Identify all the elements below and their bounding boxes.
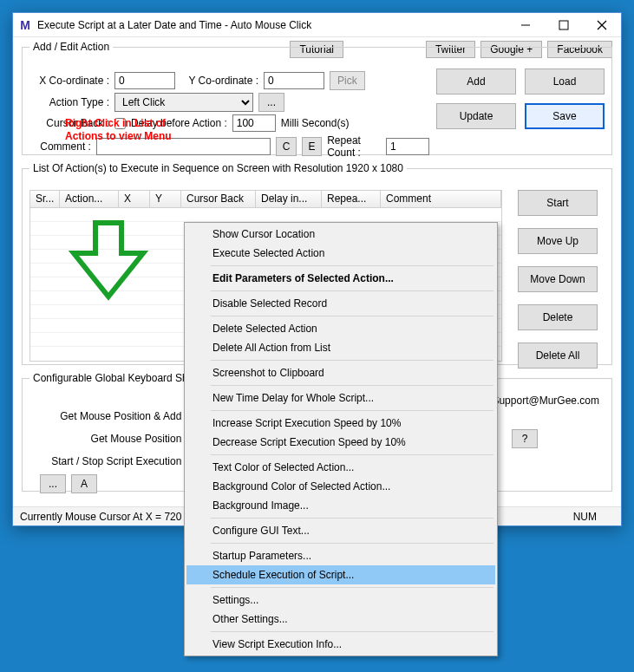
menu-item[interactable]: Show Cursor Location [186, 225, 495, 244]
delay-input[interactable] [232, 114, 276, 132]
menu-item[interactable]: View Script Execution Info... [186, 635, 495, 654]
titlebar: M Execute Script at a Later Date and Tim… [13, 13, 621, 37]
menu-item[interactable]: Other Settings... [186, 610, 495, 629]
y-input[interactable] [264, 72, 324, 89]
menu-item[interactable]: Execute Selected Action [186, 244, 495, 263]
a-button[interactable]: A [71, 474, 97, 493]
menu-item[interactable]: Screenshot to Clipboard [186, 363, 495, 382]
c-button[interactable]: C [276, 137, 296, 156]
update-button[interactable]: Update [436, 103, 516, 129]
menu-item[interactable]: Configure GUI Text... [186, 521, 495, 540]
menu-item[interactable]: Delete All Action from List [186, 338, 495, 357]
col-delay: Delay in... [256, 191, 322, 207]
window-title: Execute Script at a Later Date and Time … [37, 19, 507, 31]
col-cursorback: Cursor Back [181, 191, 256, 207]
startstop-label: Start / Stop Script Execution : [40, 455, 187, 467]
menu-item[interactable]: Schedule Execution of Script... [186, 565, 495, 584]
delay-label: Delay before Action : [131, 117, 227, 129]
col-y: Y [150, 191, 181, 207]
start-button[interactable]: Start [518, 190, 598, 216]
add-edit-group: Add / Edit Action X Co-ordinate : Y Co-o… [22, 41, 612, 155]
svg-rect-1 [559, 21, 568, 29]
comment-label: Comment : [31, 140, 91, 153]
y-label: Y Co-ordinate : [180, 75, 258, 87]
col-x: X [119, 191, 150, 207]
menu-item[interactable]: Background Image... [186, 496, 495, 515]
cursor-back-label: Cursor Back : [31, 117, 109, 129]
movedown-button[interactable]: Move Down [518, 266, 598, 292]
add-button[interactable]: Add [436, 69, 516, 95]
menu-item[interactable]: New Time Delay for Whole Script... [186, 388, 495, 408]
x-label: X Co-ordinate : [31, 75, 109, 87]
deleteall-button[interactable]: Delete All [518, 343, 598, 369]
help-button[interactable]: ? [512, 429, 538, 448]
menu-item[interactable]: Background Color of Selected Action... [186, 477, 495, 496]
minimize-button[interactable] [507, 13, 545, 37]
status-cursor: Currently Mouse Cursor At X = 720 [20, 511, 181, 523]
getpos-add-label: Get Mouse Position & Add : [40, 410, 187, 422]
col-sr: Sr... [30, 191, 60, 207]
status-num: NUM [573, 511, 614, 523]
table-header: Sr... Action... X Y Cursor Back Delay in… [30, 191, 501, 208]
repeat-input[interactable] [386, 138, 429, 155]
context-menu[interactable]: Show Cursor LocationExecute Selected Act… [184, 222, 498, 656]
load-button[interactable]: Load [525, 69, 605, 95]
menu-item[interactable]: Startup Parameters... [186, 546, 495, 565]
col-comment: Comment [381, 191, 501, 207]
pick-button[interactable]: Pick [330, 71, 365, 90]
app-icon: M [18, 18, 32, 32]
maximize-button[interactable] [545, 13, 583, 37]
save-button[interactable]: Save [525, 103, 605, 129]
action-type-label: Action Type : [31, 96, 109, 108]
repeat-label: Repeat Count : [327, 134, 381, 159]
menu-item[interactable]: Decrease Script Execution Speed by 10% [186, 433, 495, 452]
menu-item[interactable]: Settings... [186, 590, 495, 610]
dots-button[interactable]: ... [40, 474, 66, 493]
action-type-select[interactable]: Left Click [114, 93, 253, 112]
menu-item[interactable]: Text Color of Selected Action... [186, 458, 495, 477]
add-edit-legend: Add / Edit Action [29, 41, 113, 53]
x-input[interactable] [114, 72, 175, 89]
action-type-more-button[interactable]: ... [258, 93, 284, 112]
menu-item[interactable]: Increase Script Execution Speed by 10% [186, 414, 495, 433]
list-legend: List Of Action(s) to Execute in Sequence… [29, 162, 407, 174]
col-action: Action... [60, 191, 119, 207]
cursor-back-check[interactable] [114, 118, 126, 129]
close-button[interactable] [583, 13, 621, 37]
menu-item[interactable]: Edit Parameters of Selected Action... [186, 269, 495, 288]
menu-item[interactable]: Delete Selected Action [186, 319, 495, 338]
menu-item[interactable]: Disable Selected Record [186, 294, 495, 313]
e-button[interactable]: E [302, 137, 322, 156]
col-repeat: Repea... [322, 191, 381, 207]
getpos-label: Get Mouse Position : [40, 433, 187, 445]
moveup-button[interactable]: Move Up [518, 228, 598, 254]
delete-button[interactable]: Delete [518, 304, 598, 330]
delay-unit: Milli Second(s) [281, 117, 350, 129]
comment-input[interactable] [96, 138, 271, 155]
